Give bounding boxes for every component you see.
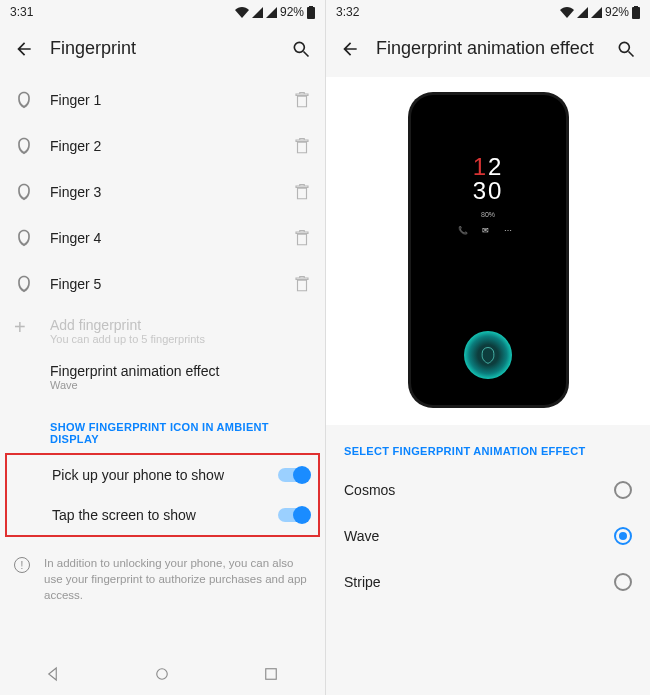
- content: Finger 1 Finger 2 Finger 3 Finger 4 Fing…: [0, 77, 325, 653]
- section-header: SHOW FINGERPRINT ICON IN AMBIENT DISPLAY: [0, 405, 325, 453]
- radio-button[interactable]: [614, 527, 632, 545]
- battery-icon: [307, 6, 315, 19]
- svg-rect-5: [266, 669, 277, 680]
- status-bar: 3:32 92%: [326, 0, 650, 24]
- animation-title: Fingerprint animation effect: [50, 363, 311, 379]
- header: Fingerprint: [0, 24, 325, 77]
- signal-icon: [266, 7, 277, 18]
- plus-icon: +: [14, 317, 34, 337]
- option-stripe[interactable]: Stripe: [326, 559, 650, 605]
- option-label: Cosmos: [344, 482, 614, 498]
- fingerprint-item[interactable]: Finger 1: [0, 77, 325, 123]
- page-title: Fingerprint animation effect: [376, 38, 600, 59]
- battery-percent: 92%: [605, 5, 629, 19]
- toggle-tap[interactable]: Tap the screen to show: [7, 495, 318, 535]
- svg-rect-1: [309, 6, 313, 8]
- toggle-label: Tap the screen to show: [52, 507, 278, 523]
- section-header: SELECT FINGERPRINT ANIMATION EFFECT: [326, 425, 650, 467]
- wifi-icon: [560, 7, 574, 18]
- phone-preview: 12 30 80% 📞 ✉ ⋯: [411, 95, 566, 405]
- option-wave[interactable]: Wave: [326, 513, 650, 559]
- radio-button[interactable]: [614, 573, 632, 591]
- add-fingerprint: + Add fingerprint You can add up to 5 fi…: [0, 307, 325, 349]
- screen-fingerprint: 3:31 92% Fingerprint Finger 1 Finger 2 F…: [0, 0, 325, 695]
- preview-area: 12 30 80% 📞 ✉ ⋯: [326, 77, 650, 425]
- fingerprint-label: Finger 5: [50, 276, 277, 292]
- battery-percent: 92%: [280, 5, 304, 19]
- svg-line-3: [304, 51, 309, 56]
- battery-icon: [632, 6, 640, 19]
- option-label: Stripe: [344, 574, 614, 590]
- clock: 12 30 80% 📞 ✉ ⋯: [458, 153, 517, 235]
- fingerprint-item[interactable]: Finger 3: [0, 169, 325, 215]
- fingerprint-icon: [14, 274, 34, 294]
- status-time: 3:31: [10, 5, 33, 19]
- signal-icon: [252, 7, 263, 18]
- add-subtitle: You can add up to 5 fingerprints: [50, 333, 311, 345]
- header: Fingerprint animation effect: [326, 24, 650, 77]
- status-right: 92%: [560, 5, 640, 19]
- fingerprint-animation-preview: [464, 331, 512, 379]
- fingerprint-item[interactable]: Finger 4: [0, 215, 325, 261]
- svg-rect-7: [634, 6, 638, 8]
- svg-line-9: [629, 51, 634, 56]
- fingerprint-icon: [14, 136, 34, 156]
- svg-point-8: [619, 42, 629, 52]
- fingerprint-label: Finger 1: [50, 92, 277, 108]
- toggle-label: Pick up your phone to show: [52, 467, 278, 483]
- svg-point-2: [294, 42, 304, 52]
- search-icon[interactable]: [291, 39, 311, 59]
- screen-animation-effect: 3:32 92% Fingerprint animation effect 12…: [325, 0, 650, 695]
- nav-back-icon[interactable]: [45, 665, 63, 683]
- search-icon[interactable]: [616, 39, 636, 59]
- preview-notif-icons: 📞 ✉ ⋯: [458, 226, 517, 235]
- radio-button[interactable]: [614, 481, 632, 499]
- animation-effect-row[interactable]: Fingerprint animation effect Wave: [0, 349, 325, 405]
- fingerprint-icon: [14, 182, 34, 202]
- wifi-icon: [235, 7, 249, 18]
- fingerprint-item[interactable]: Finger 5: [0, 261, 325, 307]
- animation-value: Wave: [50, 379, 311, 391]
- back-icon[interactable]: [14, 39, 34, 59]
- fingerprint-label: Finger 3: [50, 184, 277, 200]
- delete-icon[interactable]: [293, 91, 311, 109]
- fingerprint-item[interactable]: Finger 2: [0, 123, 325, 169]
- add-title: Add fingerprint: [50, 317, 311, 333]
- info-icon: !: [14, 557, 30, 573]
- info-text: In addition to unlocking your phone, you…: [44, 555, 311, 603]
- delete-icon[interactable]: [293, 275, 311, 293]
- fingerprint-icon: [14, 90, 34, 110]
- nav-home-icon[interactable]: [153, 665, 171, 683]
- svg-rect-0: [307, 7, 315, 19]
- preview-battery: 80%: [458, 211, 517, 218]
- svg-point-4: [157, 669, 168, 680]
- status-right: 92%: [235, 5, 315, 19]
- fingerprint-label: Finger 2: [50, 138, 277, 154]
- svg-rect-6: [632, 7, 640, 19]
- signal-icon: [591, 7, 602, 18]
- info-row: ! In addition to unlocking your phone, y…: [0, 545, 325, 617]
- option-label: Wave: [344, 528, 614, 544]
- option-cosmos[interactable]: Cosmos: [326, 467, 650, 513]
- fingerprint-icon: [14, 228, 34, 248]
- status-time: 3:32: [336, 5, 359, 19]
- toggle-switch[interactable]: [278, 508, 308, 522]
- toggle-switch[interactable]: [278, 468, 308, 482]
- back-icon[interactable]: [340, 39, 360, 59]
- nav-bar: [0, 653, 325, 695]
- toggle-pickup[interactable]: Pick up your phone to show: [7, 455, 318, 495]
- page-title: Fingerprint: [50, 38, 275, 59]
- status-bar: 3:31 92%: [0, 0, 325, 24]
- delete-icon[interactable]: [293, 137, 311, 155]
- highlight-box: Pick up your phone to show Tap the scree…: [5, 453, 320, 537]
- nav-recent-icon[interactable]: [262, 665, 280, 683]
- delete-icon[interactable]: [293, 229, 311, 247]
- fingerprint-label: Finger 4: [50, 230, 277, 246]
- delete-icon[interactable]: [293, 183, 311, 201]
- signal-icon: [577, 7, 588, 18]
